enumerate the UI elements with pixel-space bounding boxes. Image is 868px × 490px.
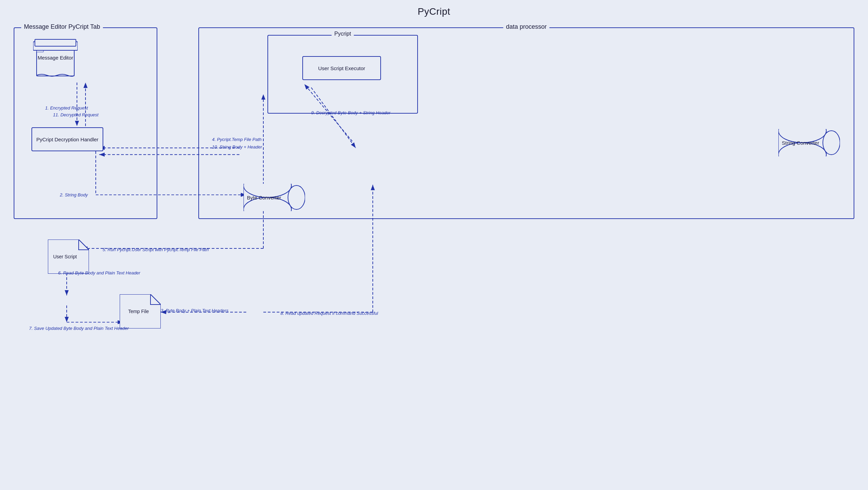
page-title: PyCript xyxy=(0,0,868,17)
decryption-handler-box: PyCript Decryption Handler xyxy=(31,127,103,151)
user-script-shape: User Script xyxy=(48,240,89,274)
arrow-label-2: 2. String Body xyxy=(60,192,88,197)
arrow-label-9: 9. Decrypted Byte Body + String Header xyxy=(311,110,391,115)
user-script-executor-box: User Script Executor xyxy=(302,56,381,80)
left-panel: Message Editor PyCript Tab Message Edito… xyxy=(14,27,157,219)
svg-point-35 xyxy=(288,185,305,209)
temp-file-shape: Temp File xyxy=(120,294,161,328)
arrow-label-5: 5. Run Pycript.User Script with Pycript.… xyxy=(103,247,209,252)
left-panel-title: Message Editor PyCript Tab xyxy=(21,23,103,30)
svg-rect-19 xyxy=(35,39,76,46)
arrow-label-1: 1. Encrypted Request xyxy=(45,105,88,111)
arrow-label-3: 3. Byte Body + Plain Text Headers xyxy=(161,308,228,313)
arrow-label-4: 4. Pycript.Temp File Path xyxy=(212,137,262,142)
string-converter-shape: String Converter xyxy=(778,129,840,156)
arrow-label-6: 6. Read Byte Body and Plain Text Header xyxy=(58,270,140,275)
message-editor-label: Message Editor xyxy=(33,55,78,61)
temp-file-label: Temp File xyxy=(120,309,157,314)
arrow-label-10: 10. String Body + Header xyxy=(212,144,262,150)
right-panel: data processor Pycript User Script Execu… xyxy=(198,27,854,219)
svg-marker-39 xyxy=(150,294,161,305)
svg-marker-37 xyxy=(79,240,89,250)
pycript-panel-title: Pycript xyxy=(332,31,354,37)
user-script-label: User Script xyxy=(48,254,82,259)
arrow-label-7: 7. Save Updated Byte Body and Plain Text… xyxy=(29,326,129,331)
arrow-label-8: 8. Read updated Request if command Succe… xyxy=(280,311,378,316)
right-panel-title: data processor xyxy=(503,23,549,30)
byte-converter-shape: Byte Converter xyxy=(244,184,305,211)
svg-point-26 xyxy=(823,131,840,155)
arrow-label-11: 11. Decrypted Request xyxy=(53,112,98,117)
pycript-panel: Pycript User Script Executor xyxy=(267,35,418,114)
decryption-handler-label: PyCript Decryption Handler xyxy=(36,137,98,142)
user-script-executor-label: User Script Executor xyxy=(318,65,365,71)
